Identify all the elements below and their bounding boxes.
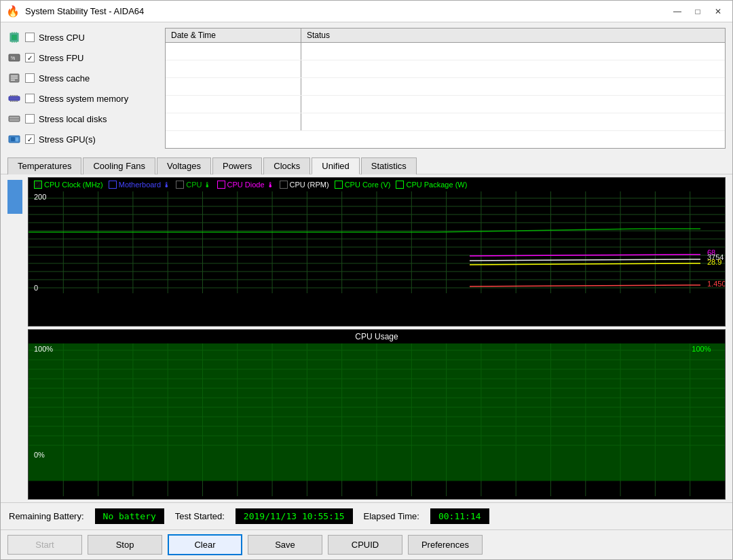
legend-cpu-package: ✓ CPU Package (W) <box>396 181 467 189</box>
svg-rect-14 <box>9 96 20 100</box>
fpu-stress-icon: % <box>7 51 21 64</box>
svg-rect-28 <box>16 138 18 138</box>
svg-rect-29 <box>16 139 18 140</box>
log-body <box>166 43 725 145</box>
bottom-bar: Start Stop Clear Save CPUID Preferences <box>1 529 732 559</box>
svg-line-63 <box>470 259 700 261</box>
tab-powers[interactable]: Powers <box>212 157 262 174</box>
svg-rect-20 <box>12 100 14 102</box>
legend-cpu: CPU 🌡 <box>176 181 211 189</box>
svg-text:28.9: 28.9 <box>707 258 721 266</box>
tab-clocks[interactable]: Clocks <box>263 157 310 174</box>
svg-line-62 <box>470 255 700 256</box>
maximize-button[interactable]: □ <box>689 5 707 18</box>
stress-fpu-label: Stress FPU <box>39 53 83 63</box>
legend-cpu-rpm: CPU (RPM) <box>280 181 329 189</box>
svg-rect-18 <box>16 95 18 96</box>
elapsed-value: 00:11:14 <box>430 508 489 524</box>
stress-cache-label: Stress cache <box>39 73 90 83</box>
svg-rect-11 <box>11 75 18 77</box>
svg-rect-19 <box>10 100 12 102</box>
cpu-usage-title: CPU Usage <box>29 330 725 343</box>
test-started-label: Test Started: <box>175 511 225 521</box>
svg-rect-22 <box>16 100 18 102</box>
disks-stress-icon <box>7 112 21 126</box>
stress-memory-checkbox[interactable] <box>25 94 35 103</box>
tabs-bar: Temperatures Cooling Fans Voltages Power… <box>1 154 732 174</box>
log-table: Date & Time Status <box>165 28 726 149</box>
tab-temperatures[interactable]: Temperatures <box>7 157 81 174</box>
svg-rect-13 <box>11 79 15 81</box>
tab-voltages[interactable]: Voltages <box>157 157 211 174</box>
tab-unified[interactable]: Unified <box>312 157 359 174</box>
legend-cpu-core: ✓ CPU Core (V) <box>335 181 391 189</box>
stress-fpu-item: % ✓ Stress FPU <box>7 48 157 67</box>
stress-options-panel: Stress CPU % ✓ Stress FPU Stress cache <box>7 28 157 149</box>
svg-text:100%: 100% <box>692 345 711 353</box>
stress-cpu-label: Stress CPU <box>39 33 85 43</box>
test-started-value: 2019/11/13 10:55:15 <box>236 508 353 524</box>
stress-cpu-item: Stress CPU <box>7 28 157 47</box>
bottom-chart-svg: 100% 0% 100% <box>29 343 725 496</box>
stress-cpu-checkbox[interactable] <box>25 33 35 42</box>
charts-area: ✓ CPU Clock (MHz) ✓ Motherboard 🌡 CPU 🌡 … <box>1 174 732 502</box>
clear-button[interactable]: Clear <box>168 534 242 555</box>
stress-gpu-item: ✓ Stress GPU(s) <box>7 130 157 149</box>
tab-statistics[interactable]: Statistics <box>361 157 417 174</box>
bottom-chart: CPU Usage <box>28 329 726 500</box>
titlebar: 🔥 System Stability Test - AIDA64 — □ ✕ <box>1 1 732 22</box>
cache-stress-icon <box>7 71 21 85</box>
svg-rect-15 <box>10 95 12 96</box>
stop-button[interactable]: Stop <box>88 535 162 555</box>
tab-cooling-fans[interactable]: Cooling Fans <box>83 157 155 174</box>
chart-sidebar-item[interactable] <box>7 180 22 214</box>
stress-gpu-checkbox[interactable]: ✓ <box>25 134 35 144</box>
col-status: Status <box>301 29 725 42</box>
elapsed-label: Elapsed Time: <box>364 511 419 521</box>
svg-text:0: 0 <box>34 284 38 292</box>
svg-rect-16 <box>12 95 14 96</box>
svg-text:100%: 100% <box>34 345 53 353</box>
legend-motherboard: ✓ Motherboard 🌡 <box>109 181 170 189</box>
log-row <box>166 60 725 78</box>
window-title: System Stability Test - AIDA64 <box>25 6 144 16</box>
top-chart: ✓ CPU Clock (MHz) ✓ Motherboard 🌡 CPU 🌡 … <box>28 177 726 326</box>
stress-cache-checkbox[interactable] <box>25 73 35 83</box>
battery-label: Remaining Battery: <box>9 511 84 521</box>
stress-memory-item: Stress system memory <box>7 89 157 108</box>
svg-rect-12 <box>11 77 18 79</box>
stress-disks-item: Stress local disks <box>7 109 157 128</box>
minimize-button[interactable]: — <box>669 5 686 18</box>
start-button[interactable]: Start <box>7 535 82 555</box>
svg-text:%: % <box>11 56 15 60</box>
charts-main: ✓ CPU Clock (MHz) ✓ Motherboard 🌡 CPU 🌡 … <box>28 177 726 500</box>
cpu-stress-icon <box>7 31 21 44</box>
app-icon: 🔥 <box>6 5 20 18</box>
stress-cache-item: Stress cache <box>7 69 157 88</box>
svg-rect-27 <box>11 137 15 141</box>
chart-sidebar <box>7 177 28 500</box>
log-row <box>166 78 725 96</box>
stress-fpu-checkbox[interactable]: ✓ <box>25 53 35 62</box>
log-row <box>166 113 725 131</box>
svg-text:1.450: 1.450 <box>707 280 725 288</box>
svg-line-65 <box>470 285 700 286</box>
svg-text:200: 200 <box>34 193 46 201</box>
close-button[interactable]: ✕ <box>709 5 727 18</box>
preferences-button[interactable]: Preferences <box>408 535 483 555</box>
cpuid-button[interactable]: CPUID <box>328 535 402 555</box>
svg-text:0%: 0% <box>34 451 45 459</box>
battery-value: No battery <box>95 508 164 524</box>
gpu-stress-icon <box>7 132 21 146</box>
window-controls: — □ ✕ <box>669 5 727 18</box>
top-section: Stress CPU % ✓ Stress FPU Stress cache <box>1 22 732 154</box>
stress-disks-checkbox[interactable] <box>25 114 35 124</box>
log-row <box>166 43 725 60</box>
save-button[interactable]: Save <box>248 535 322 555</box>
legend-cpu-diode: ✓ CPU Diode 🌡 <box>217 181 274 189</box>
log-table-header: Date & Time Status <box>166 29 725 43</box>
chart-legend: ✓ CPU Clock (MHz) ✓ Motherboard 🌡 CPU 🌡 … <box>29 178 725 191</box>
col-datetime: Date & Time <box>166 29 301 42</box>
legend-cpu-clock: ✓ CPU Clock (MHz) <box>34 181 103 189</box>
svg-rect-17 <box>14 95 16 96</box>
